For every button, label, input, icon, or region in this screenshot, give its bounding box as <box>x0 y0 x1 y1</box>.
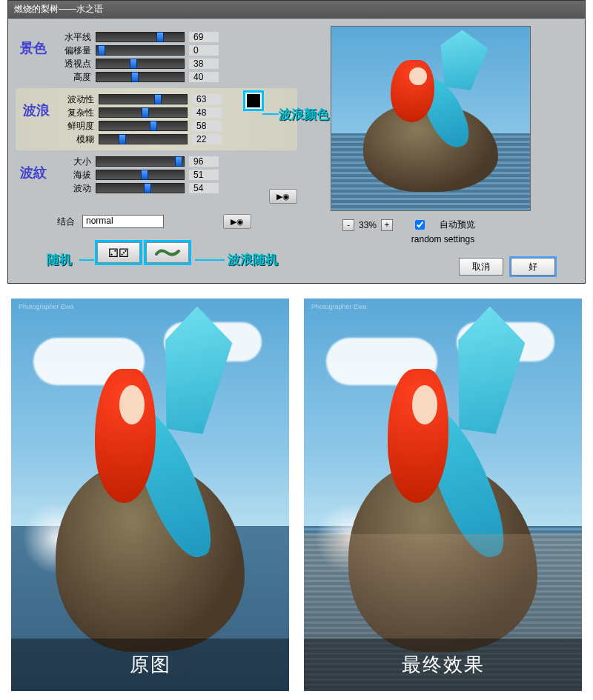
callout-wave-random: 波浪随机 <box>228 251 278 268</box>
ripple-sliders: 大小 96 海拔 51 波动 54 <box>59 155 247 195</box>
section-wave: 波浪 波动性 63 复杂性 48 鲜明度 58 <box>16 88 297 150</box>
window-title: 燃烧的梨树——水之语 <box>14 4 103 14</box>
slider-label: 复杂性 <box>62 107 94 119</box>
slider-track[interactable] <box>96 45 185 56</box>
combine-row: 结合 normal ▶◉ <box>57 208 297 235</box>
preview-thumbnail <box>331 27 530 210</box>
photographer-credit: Photographer Ewa <box>311 303 367 310</box>
slider-value[interactable]: 96 <box>189 156 219 167</box>
slider-height: 高度 40 <box>59 70 297 84</box>
slider-track[interactable] <box>96 59 185 69</box>
section-scene: 景色 水平线 69 偏移量 0 透视点 38 <box>16 26 297 88</box>
slider-label: 偏移量 <box>59 44 91 57</box>
slider-label: 海拔 <box>59 169 91 181</box>
result-image: Photographer Ewa 最终效果 <box>304 299 582 691</box>
wave-icon <box>155 247 180 259</box>
slider-oscillation: 波动 54 <box>59 181 247 195</box>
slider-value[interactable]: 22 <box>192 134 222 144</box>
combine-label: 结合 <box>57 216 75 228</box>
slider-label: 波动 <box>59 182 91 195</box>
preview-panel: 波浪颜色 - 33% + <box>308 26 577 276</box>
auto-preview-checkbox[interactable] <box>415 220 425 230</box>
random-settings-label: random settings <box>308 233 577 252</box>
slider-value[interactable]: 63 <box>192 94 222 104</box>
ok-button[interactable]: 好 <box>511 258 555 276</box>
title-bar: 燃烧的梨树——水之语 <box>8 1 585 19</box>
slider-value[interactable]: 51 <box>189 170 219 180</box>
slider-track[interactable] <box>96 32 185 42</box>
slider-value[interactable]: 38 <box>189 59 219 69</box>
preview-area[interactable] <box>331 26 531 211</box>
comparison-row: Photographer Ewa 原图 Photographer Ewa 最终效… <box>0 284 593 700</box>
zoom-value: 33% <box>359 220 377 230</box>
slider-label: 模糊 <box>62 133 94 146</box>
photographer-credit: Photographer Ewa <box>19 303 74 310</box>
slider-value[interactable]: 69 <box>189 32 219 42</box>
dialog-footer: 取消 好 <box>308 252 577 276</box>
dialog-body: 景色 水平线 69 偏移量 0 透视点 38 <box>8 19 585 283</box>
filter-dialog: 燃烧的梨树——水之语 景色 水平线 69 偏移量 0 <box>7 0 586 284</box>
slider-horizon: 水平线 69 <box>59 30 297 44</box>
slider-track[interactable] <box>99 134 188 144</box>
slider-label: 波动性 <box>62 93 94 106</box>
original-image: Photographer Ewa 原图 <box>11 299 289 691</box>
zoom-out-button[interactable]: - <box>342 219 354 231</box>
combine-mode-select[interactable]: normal <box>82 215 164 228</box>
slider-track[interactable] <box>96 156 185 167</box>
slider-label: 透视点 <box>59 58 91 70</box>
zoom-in-button[interactable]: + <box>381 219 393 231</box>
play-reverse-button[interactable]: ▶◉ <box>223 214 251 229</box>
slider-label: 大小 <box>59 156 91 168</box>
slider-blur: 模糊 22 <box>62 133 294 146</box>
random-wave-button[interactable] <box>146 242 189 263</box>
slider-offset: 偏移量 0 <box>59 44 297 57</box>
slider-elevation: 海拔 51 <box>59 168 247 181</box>
slider-size: 大小 96 <box>59 155 247 168</box>
slider-value[interactable]: 40 <box>189 72 219 82</box>
cancel-button[interactable]: 取消 <box>459 258 503 276</box>
slider-value[interactable]: 48 <box>192 107 222 118</box>
slider-label: 鲜明度 <box>62 120 94 133</box>
slider-value[interactable]: 58 <box>192 121 222 131</box>
dice-icon: ⚁⚂ <box>108 246 129 260</box>
callout-wave-color: 波浪颜色 <box>279 106 329 123</box>
original-label: 原图 <box>11 639 289 691</box>
slider-track[interactable] <box>96 170 185 180</box>
result-label: 最终效果 <box>304 639 582 691</box>
slider-sharpness: 鲜明度 58 <box>62 119 294 133</box>
callout-random: 随机 <box>47 251 72 268</box>
scene-sliders: 水平线 69 偏移量 0 透视点 38 高度 <box>59 30 297 84</box>
wave-color-swatch[interactable] <box>245 93 262 109</box>
controls-panel: 景色 水平线 69 偏移量 0 透视点 38 <box>16 26 297 276</box>
slider-perspective: 透视点 38 <box>59 57 297 70</box>
slider-track[interactable] <box>96 72 185 82</box>
section-wave-title: 波浪 <box>19 93 54 119</box>
slider-label: 高度 <box>59 71 91 84</box>
section-ripple-title: 波紋 <box>16 155 51 181</box>
play-forward-button[interactable]: ▶◉ <box>269 189 297 204</box>
slider-track[interactable] <box>99 107 188 118</box>
slider-value[interactable]: 0 <box>189 45 219 56</box>
section-scene-title: 景色 <box>16 30 51 57</box>
slider-track[interactable] <box>99 94 188 104</box>
slider-label: 水平线 <box>59 31 91 44</box>
random-all-button[interactable]: ⚁⚂ <box>97 242 140 263</box>
section-ripple: 波紋 大小 96 海拔 51 波动 54 <box>16 150 297 208</box>
slider-track[interactable] <box>99 121 188 131</box>
slider-value[interactable]: 54 <box>189 183 219 193</box>
slider-track[interactable] <box>96 183 185 193</box>
zoom-controls: - 33% + 自动预览 <box>308 211 577 233</box>
auto-preview-label: 自动预览 <box>440 219 475 231</box>
